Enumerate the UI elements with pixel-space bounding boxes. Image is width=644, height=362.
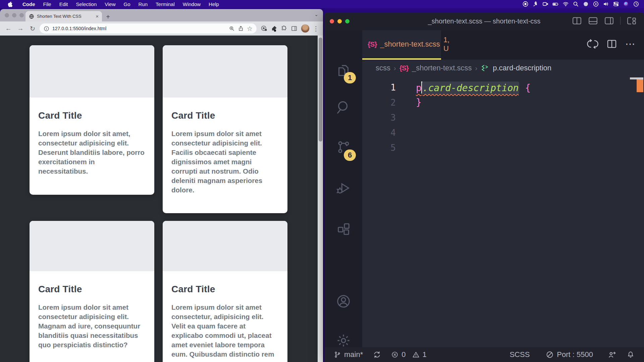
menu-file[interactable]: File: [39, 1, 55, 7]
minimize-window-button[interactable]: [12, 13, 16, 17]
profile-avatar[interactable]: [301, 24, 310, 33]
screen-record-icon[interactable]: [542, 1, 549, 7]
bookmark-star-icon[interactable]: ☆: [247, 25, 253, 33]
site-info-icon[interactable]: [44, 26, 49, 32]
apple-menu-icon[interactable]: [7, 1, 12, 7]
eyedropper-extension-icon[interactable]: [271, 25, 277, 32]
live-server-port[interactable]: Port : 5500: [546, 350, 593, 359]
battery-icon[interactable]: [552, 1, 559, 7]
control-center-icon[interactable]: [613, 1, 619, 7]
menu-go[interactable]: Go: [120, 1, 135, 7]
rocket-icon[interactable]: [532, 1, 539, 7]
app-dot-icon[interactable]: [583, 1, 589, 7]
code-editor[interactable]: 1 p.card-description { 2 } 3 4 5: [362, 76, 644, 347]
sync-icon[interactable]: [373, 351, 381, 359]
editor-tab-shorten-text[interactable]: {S} _shorten-text.scss 1, U: [362, 30, 441, 60]
search-icon[interactable]: [336, 100, 351, 115]
error-count: 0: [401, 350, 406, 359]
menu-edit[interactable]: Edit: [55, 1, 72, 7]
card-title: Card Title: [171, 110, 279, 121]
extensions-puzzle-icon[interactable]: [281, 25, 287, 32]
settings-gear-icon[interactable]: [336, 333, 351, 348]
problems-status[interactable]: 0 1: [391, 350, 427, 359]
play-circle-icon[interactable]: [593, 1, 599, 7]
git-branch-status[interactable]: main*: [334, 350, 363, 359]
open-brace-token: {: [519, 82, 531, 94]
language-mode[interactable]: SCSS: [509, 350, 530, 359]
port-label: Port : 5500: [557, 350, 593, 359]
minimize-window-button[interactable]: [337, 19, 342, 23]
toolbar-extensions-area: ⋮: [259, 23, 320, 34]
tab-filename: _shorten-text.scss: [380, 40, 440, 49]
browser-tab[interactable]: Shorten Text With CSS ×: [25, 11, 102, 21]
sass-file-icon: {S}: [399, 64, 409, 72]
vscode-window-title: _shorten-text.scss — shorten-text-css: [428, 17, 541, 25]
card: Card Title Lorem ipsum dolor sit amet, c…: [30, 45, 154, 195]
extensions-icon[interactable]: [336, 222, 351, 237]
menu-help[interactable]: Help: [205, 1, 223, 7]
side-panel-icon[interactable]: [291, 25, 298, 32]
scrollbar-thumb[interactable]: [319, 38, 322, 141]
toggle-panel-left-icon[interactable]: [572, 16, 582, 25]
accounts-icon[interactable]: [336, 294, 351, 309]
breadcrumbs: scss › {S} _shorten-text.scss › p.card-d…: [362, 60, 644, 76]
card-title: Card Title: [38, 110, 146, 121]
new-tab-button[interactable]: +: [103, 12, 113, 21]
breadcrumb-folder[interactable]: scss: [376, 64, 390, 72]
chevron-down-icon[interactable]: ⌄: [314, 12, 318, 17]
code-line: 3: [362, 110, 644, 125]
editor-tabbar: {S} _shorten-text.scss 1, U ⋯: [362, 30, 644, 60]
address-bar[interactable]: 127.0.0.1:5500/index.html ☆: [40, 23, 257, 34]
zoom-window-button[interactable]: [345, 19, 350, 23]
reload-icon[interactable]: ↻: [28, 23, 38, 34]
share-icon[interactable]: [238, 25, 244, 32]
notifications-bell-icon[interactable]: [627, 351, 635, 359]
breadcrumb-symbol[interactable]: p.card-description: [493, 64, 551, 72]
clock-icon[interactable]: [633, 1, 639, 7]
line-number: 1: [362, 82, 396, 93]
zoom-window-button[interactable]: [19, 13, 24, 17]
status-bar: main* 0 1 SCSS Port : 5500: [324, 347, 644, 362]
code-line: 5: [362, 140, 644, 155]
close-window-button[interactable]: [330, 19, 334, 23]
more-actions-icon[interactable]: ⋯: [625, 41, 635, 47]
menu-run[interactable]: Run: [135, 1, 152, 7]
menu-view[interactable]: View: [101, 1, 119, 7]
card: Card Title Lorem ipsum dolor sit amet co…: [30, 221, 154, 362]
close-window-button[interactable]: [5, 13, 9, 17]
split-editor-icon[interactable]: [606, 39, 617, 49]
spotlight-search-icon[interactable]: [573, 1, 579, 7]
menu-code[interactable]: Code: [18, 1, 39, 7]
menu-terminal[interactable]: Terminal: [152, 1, 179, 7]
card-description: Lorem ipsum dolor sit amet consectetur a…: [38, 303, 146, 350]
toggle-panel-bottom-icon[interactable]: [588, 16, 598, 25]
line-number: 4: [362, 128, 396, 138]
menu-selection[interactable]: Selection: [72, 1, 101, 7]
forward-icon[interactable]: →: [15, 23, 25, 34]
record-icon[interactable]: [522, 1, 529, 7]
zoom-page-icon[interactable]: [229, 25, 235, 32]
wifi-icon[interactable]: [562, 1, 569, 7]
browser-toolbar: ← → ↻ 127.0.0.1:5500/index.html ☆: [0, 21, 323, 36]
toggle-panel-right-icon[interactable]: [604, 16, 614, 25]
feedback-icon[interactable]: [608, 350, 616, 359]
breadcrumb-separator: ›: [475, 64, 478, 72]
menu-window[interactable]: Window: [179, 1, 205, 7]
code-line: 1 p.card-description {: [362, 80, 644, 95]
run-debug-icon[interactable]: [336, 180, 351, 196]
open-changes-icon[interactable]: [587, 38, 598, 50]
customize-layout-icon[interactable]: [627, 16, 637, 25]
breadcrumb-file[interactable]: _shorten-text.scss: [412, 64, 472, 72]
volume-icon[interactable]: [603, 1, 609, 7]
browser-menu-icon[interactable]: ⋮: [313, 23, 319, 34]
vscode-window: _shorten-text.scss — shorten-text-css 1: [324, 12, 644, 362]
password-manager-icon[interactable]: [261, 25, 267, 32]
overview-ruler-warning-mark: [637, 79, 643, 92]
browser-scrollbar[interactable]: [318, 36, 323, 362]
back-icon[interactable]: ←: [3, 23, 13, 34]
url-text[interactable]: 127.0.0.1:5500/index.html: [52, 26, 226, 31]
close-tab-icon[interactable]: ×: [96, 13, 99, 19]
card-description: Lorem ipsum dolor sit amet, consectetur …: [38, 129, 146, 176]
siri-icon[interactable]: [623, 1, 629, 7]
activity-bar: 1 6: [324, 30, 362, 347]
